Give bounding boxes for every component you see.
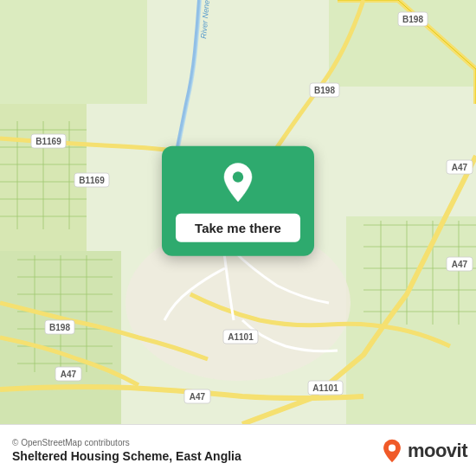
svg-text:A47: A47	[190, 392, 206, 402]
svg-point-59	[389, 444, 396, 451]
map-area: B198 B198 B1169 B1169 A47 A47 A47 A47 A1…	[0, 0, 476, 424]
svg-text:A1101: A1101	[312, 383, 338, 393]
svg-text:B1169: B1169	[35, 137, 61, 146]
svg-rect-1	[0, 0, 147, 104]
svg-text:B198: B198	[49, 323, 70, 332]
moovit-brand-text: moovit	[408, 440, 467, 462]
location-info: © OpenStreetMap contributors Sheltered H…	[12, 438, 241, 463]
svg-text:B198: B198	[314, 86, 335, 95]
location-name: Sheltered Housing Scheme, East Anglia	[12, 449, 241, 463]
moovit-logo: moovit	[380, 439, 467, 463]
bottom-bar: © OpenStreetMap contributors Sheltered H…	[0, 424, 476, 476]
take-me-there-button[interactable]: Take me there	[176, 214, 300, 242]
svg-point-58	[233, 171, 243, 182]
svg-text:A47: A47	[452, 163, 468, 172]
moovit-pin-icon	[380, 439, 404, 463]
svg-text:A47: A47	[61, 370, 77, 379]
copyright-text: © OpenStreetMap contributors	[12, 438, 241, 447]
location-pin-icon	[217, 162, 259, 203]
svg-text:B1169: B1169	[79, 176, 105, 185]
svg-rect-4	[346, 216, 476, 424]
svg-text:A47: A47	[452, 260, 468, 269]
svg-text:B198: B198	[402, 15, 423, 24]
svg-text:A1101: A1101	[228, 332, 254, 342]
navigation-popup: Take me there	[162, 146, 314, 256]
